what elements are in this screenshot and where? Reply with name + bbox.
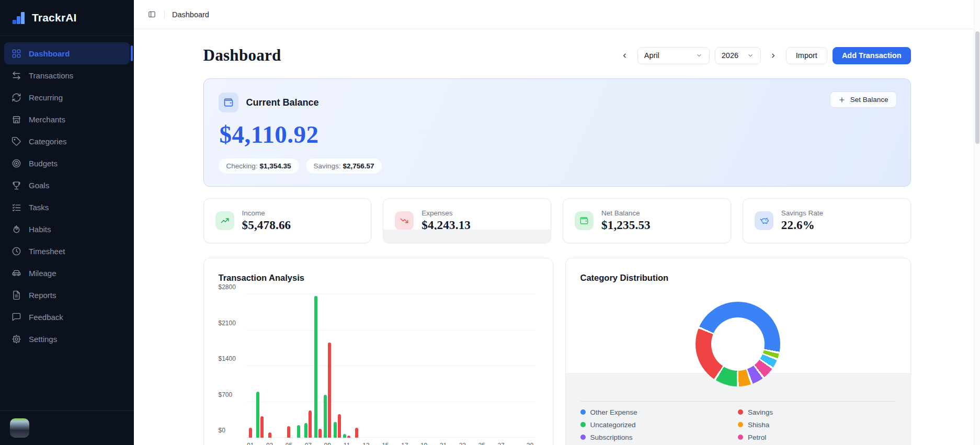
donut-chart — [696, 302, 780, 386]
stat-card-expenses[interactable]: Expenses $4,243.13 — [383, 198, 551, 243]
expense-bar[interactable] — [328, 343, 331, 438]
bar-group-day-15[interactable] — [381, 294, 390, 438]
bar-group-day-10[interactable] — [332, 294, 341, 438]
bar-group-day-13[interactable] — [361, 294, 371, 438]
income-bar[interactable] — [256, 392, 259, 438]
expense-bar[interactable] — [249, 428, 252, 438]
brand-logo-icon — [12, 10, 26, 25]
sidebar-toggle-icon[interactable] — [146, 7, 157, 22]
bar-group-day-21[interactable] — [438, 294, 448, 438]
bar-group-day-09[interactable] — [323, 294, 332, 438]
sidebar-item-feedback[interactable]: Feedback — [4, 306, 130, 328]
bar-group-day-02[interactable] — [255, 294, 265, 438]
bar-group-day-03[interactable] — [265, 294, 274, 438]
sidebar-item-label: Timesheet — [29, 247, 65, 256]
stat-card-savings-rate[interactable]: Savings Rate 22.6% — [743, 198, 911, 243]
bar-group-day-08[interactable] — [313, 294, 323, 438]
y-tick-label: $2800 — [219, 283, 241, 291]
bar-group-day-23[interactable] — [458, 294, 467, 438]
prev-month-button[interactable] — [618, 48, 632, 63]
scrollbar-track[interactable] — [974, 0, 980, 445]
piggy-bank-icon — [755, 211, 773, 230]
legend-dot — [738, 409, 743, 415]
bar-group-day-18[interactable] — [409, 294, 419, 438]
income-bar[interactable] — [297, 425, 300, 438]
bar-group-day-30[interactable] — [525, 294, 534, 438]
bar-group-day-26[interactable] — [486, 294, 496, 438]
legend-item-petrol: Petrol — [738, 433, 896, 441]
sidebar-item-transactions[interactable]: Transactions — [4, 64, 130, 86]
sidebar-item-budgets[interactable]: Budgets — [4, 152, 130, 174]
bar-group-day-25[interactable] — [477, 294, 486, 438]
expense-bar[interactable] — [309, 410, 312, 438]
sidebar-item-label: Transactions — [29, 71, 73, 80]
x-tick-label — [351, 442, 361, 445]
expense-bar[interactable] — [347, 436, 350, 438]
legend-dot — [580, 422, 586, 427]
x-tick-label — [255, 442, 265, 445]
stat-card-income[interactable]: Income $5,478.66 — [203, 198, 372, 243]
sidebar-item-label: Habits — [29, 225, 51, 234]
sidebar-item-recurring[interactable]: Recurring — [4, 86, 130, 108]
bar-group-day-20[interactable] — [429, 294, 438, 438]
bar-group-day-22[interactable] — [448, 294, 458, 438]
income-bar[interactable] — [304, 423, 307, 438]
import-button[interactable]: Import — [786, 47, 827, 64]
expense-bar[interactable] — [260, 416, 264, 438]
chevron-down-icon — [747, 52, 754, 59]
sidebar-item-mileage[interactable]: Mileage — [4, 262, 130, 284]
breadcrumb: Dashboard — [172, 10, 209, 19]
legend-item-other-expense: Other Expense — [580, 408, 738, 416]
next-month-button[interactable] — [766, 48, 781, 63]
expense-bar[interactable] — [338, 414, 341, 438]
trophy-icon — [12, 180, 21, 190]
y-tick-label: $0 — [219, 427, 241, 434]
bar-group-day-07[interactable] — [303, 294, 313, 438]
year-select[interactable]: 2026 — [715, 47, 761, 64]
user-avatar[interactable] — [10, 418, 29, 438]
bar-group-day-11[interactable] — [342, 294, 351, 438]
set-balance-button[interactable]: Set Balance — [830, 92, 897, 108]
x-tick-label — [332, 442, 341, 445]
stat-value: $1,235.53 — [601, 219, 651, 232]
scrollbar-thumb[interactable] — [975, 31, 979, 144]
sidebar-item-goals[interactable]: Goals — [4, 174, 130, 196]
month-select[interactable]: April — [637, 47, 710, 64]
expense-bar[interactable] — [287, 426, 290, 438]
add-transaction-button[interactable]: Add Transaction — [833, 47, 911, 64]
income-bar[interactable] — [324, 395, 327, 438]
sidebar-item-categories[interactable]: Categories — [4, 130, 130, 152]
sidebar-item-timesheet[interactable]: Timesheet — [4, 240, 130, 262]
x-tick-label — [275, 442, 284, 445]
bar-group-day-24[interactable] — [468, 294, 477, 438]
income-bar[interactable] — [343, 434, 346, 438]
bar-group-day-14[interactable] — [371, 294, 380, 438]
expense-bar[interactable] — [268, 432, 271, 438]
bar-group-day-01[interactable] — [246, 294, 255, 438]
income-bar[interactable] — [334, 422, 337, 438]
bar-group-day-04[interactable] — [275, 294, 284, 438]
bar-group-day-05[interactable] — [284, 294, 293, 438]
stat-card-net-balance[interactable]: Net Balance $1,235.53 — [563, 198, 731, 243]
income-bar[interactable] — [314, 296, 317, 438]
bar-group-day-27[interactable] — [496, 294, 506, 438]
sidebar-item-dashboard[interactable]: Dashboard — [4, 42, 130, 64]
sidebar-item-merchants[interactable]: Merchants — [4, 108, 130, 130]
bar-group-day-28[interactable] — [506, 294, 515, 438]
sidebar-item-label: Dashboard — [29, 49, 70, 58]
sidebar-item-tasks[interactable]: Tasks — [4, 196, 130, 218]
sidebar-item-settings[interactable]: Settings — [4, 328, 130, 350]
sidebar-item-reports[interactable]: Reports — [4, 284, 130, 306]
legend-label: Uncategorized — [590, 421, 636, 429]
sidebar-item-habits[interactable]: Habits — [4, 218, 130, 240]
expense-bar[interactable] — [318, 429, 322, 438]
expense-bar[interactable] — [355, 428, 358, 438]
bar-group-day-17[interactable] — [400, 294, 409, 438]
transaction-analysis-card: Transaction Analysis $0$700$1400$2100$28… — [203, 258, 553, 445]
bar-group-day-29[interactable] — [516, 294, 525, 438]
bar-group-day-12[interactable] — [351, 294, 361, 438]
x-tick-label: 21 — [438, 442, 448, 445]
bar-group-day-06[interactable] — [294, 294, 303, 438]
bar-group-day-19[interactable] — [419, 294, 428, 438]
bar-group-day-16[interactable] — [390, 294, 400, 438]
